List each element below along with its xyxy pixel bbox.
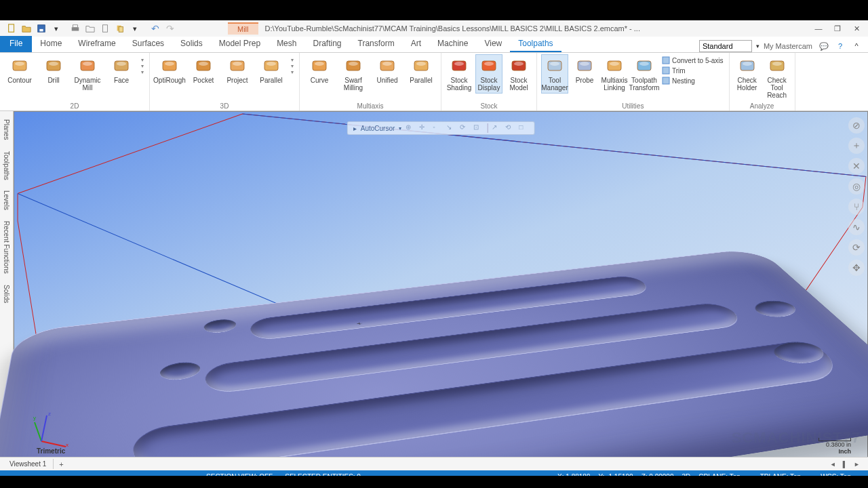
ribbon-probe-button[interactable]: Probe bbox=[571, 54, 598, 86]
open-icon[interactable] bbox=[20, 22, 33, 35]
save-icon[interactable] bbox=[35, 22, 47, 35]
tab-art[interactable]: Art bbox=[403, 36, 429, 52]
ribbon-toolpath-transform-button[interactable]: Toolpath Transform bbox=[631, 54, 658, 94]
ft-8[interactable]: ⟲ bbox=[505, 123, 515, 133]
ribbon-dynamic-mill-button[interactable]: Dynamic Mill bbox=[72, 54, 103, 94]
ribbon-check-tool-reach-button[interactable]: Check Tool Reach bbox=[764, 54, 791, 101]
tab-surfaces[interactable]: Surfaces bbox=[124, 36, 172, 52]
ribbon-group-3d: 3D bbox=[154, 102, 295, 110]
minimize-icon[interactable]: — bbox=[811, 22, 826, 35]
new-icon[interactable] bbox=[5, 22, 18, 35]
ribbon-nesting-button[interactable]: Nesting bbox=[660, 76, 725, 85]
viewsheet-1-tab[interactable]: Viewsheet 1 bbox=[3, 459, 54, 469]
orb-rot-icon[interactable]: ⟳ bbox=[848, 239, 865, 256]
redo-icon[interactable]: ↷ bbox=[164, 22, 176, 35]
ft-6[interactable]: ⊡ bbox=[473, 123, 483, 133]
side-tab-solids[interactable]: Solids bbox=[3, 281, 10, 307]
orb-curve-icon[interactable]: ∿ bbox=[848, 219, 865, 235]
multiaxis-linking-icon bbox=[605, 56, 624, 75]
svg-point-52 bbox=[772, 62, 782, 66]
mymastercam-link[interactable]: My Mastercam bbox=[764, 42, 812, 50]
ft-4[interactable]: ↘ bbox=[446, 123, 456, 133]
side-tab-recent-functions[interactable]: Recent Functions bbox=[3, 217, 10, 278]
tab-model-prep[interactable]: Model Prep bbox=[211, 36, 269, 52]
ribbon-stock-model-button[interactable]: Stock Model bbox=[505, 54, 532, 94]
ribbon-convert-to-5-axis-button[interactable]: Convert to 5-axis bbox=[660, 56, 725, 65]
ribbon-pocket-button[interactable]: Pocket bbox=[188, 54, 219, 86]
scroll-left-icon[interactable]: ◄ bbox=[827, 461, 839, 468]
axis-gizmo: x y z bbox=[33, 411, 71, 449]
print-icon[interactable] bbox=[69, 22, 81, 35]
ribbon-tool-manager-button[interactable]: Tool Manager bbox=[541, 54, 568, 94]
tab-machine[interactable]: Machine bbox=[429, 36, 476, 52]
orb-branch-icon[interactable]: ⑂ bbox=[848, 199, 865, 215]
ft-2[interactable]: ✛ bbox=[419, 123, 429, 133]
orb-hand-icon[interactable]: ✥ bbox=[848, 260, 865, 276]
undo-icon[interactable]: ↶ bbox=[149, 22, 161, 35]
context-tab-mill[interactable]: Mill bbox=[228, 22, 258, 35]
scroll-right-icon[interactable]: ► bbox=[851, 461, 863, 468]
svg-point-43 bbox=[610, 62, 619, 66]
svg-point-45 bbox=[639, 62, 649, 66]
side-tab-levels[interactable]: Levels bbox=[3, 186, 10, 214]
ft-7[interactable]: ↗ bbox=[492, 123, 501, 133]
dd-icon[interactable]: ▾ bbox=[50, 22, 62, 35]
pocket-icon bbox=[194, 56, 213, 75]
ribbon-check-holder-button[interactable]: Check Holder bbox=[734, 54, 761, 94]
svg-rect-3 bbox=[72, 27, 79, 30]
ribbon-contour-button[interactable]: Contour bbox=[4, 54, 35, 86]
tab-drafting[interactable]: Drafting bbox=[304, 36, 349, 52]
dd2-icon[interactable]: ▾ bbox=[129, 22, 141, 35]
doc-icon[interactable] bbox=[99, 22, 111, 35]
tab-wireframe[interactable]: Wireframe bbox=[70, 36, 123, 52]
orb-target-icon[interactable]: ◎ bbox=[848, 178, 865, 195]
ft-9[interactable]: □ bbox=[519, 123, 528, 133]
tab-mesh[interactable]: Mesh bbox=[269, 36, 304, 52]
copy-icon[interactable] bbox=[114, 22, 126, 35]
ribbon-drill-button[interactable]: Drill bbox=[38, 54, 69, 86]
tab-solids[interactable]: Solids bbox=[172, 36, 211, 52]
ft-5[interactable]: ⟳ bbox=[460, 123, 469, 133]
svg-point-35 bbox=[484, 62, 494, 66]
orb-add-icon[interactable]: ＋ bbox=[848, 138, 865, 154]
ribbon-swarf-milling-button[interactable]: Swarf Milling bbox=[338, 54, 369, 94]
ribbon-parallel-button[interactable]: Parallel bbox=[256, 54, 287, 86]
collapse-ribbon-icon[interactable]: ^ bbox=[850, 40, 863, 52]
ft-3[interactable]: ◦ bbox=[433, 123, 442, 133]
viewport[interactable]: ▸ AutoCursor ▾ ⊕ ✛ ◦ ↘ ⟳ ⊡ ↗ ⟲ □ ⊘ ＋ ✕ ◎ bbox=[14, 111, 868, 488]
tab-toolpaths[interactable]: Toolpaths bbox=[510, 36, 561, 52]
ribbon-optirough-button[interactable]: OptiRough bbox=[154, 54, 185, 86]
side-tab-planes[interactable]: Planes bbox=[3, 115, 10, 144]
ribbon-trim-button[interactable]: Trim bbox=[660, 66, 725, 75]
ribbon-stock-shading-button[interactable]: Stock Shading bbox=[446, 54, 473, 94]
orb-x-icon[interactable]: ✕ bbox=[848, 158, 865, 174]
autocursor-toolbar[interactable]: ▸ AutoCursor ▾ ⊕ ✛ ◦ ↘ ⟳ ⊡ ↗ ⟲ □ bbox=[347, 121, 535, 135]
autocursor-label: AutoCursor bbox=[361, 125, 395, 132]
ribbon-project-button[interactable]: Project bbox=[222, 54, 253, 86]
tab-view[interactable]: View bbox=[476, 36, 510, 52]
ribbon-multiaxis-linking-button[interactable]: Multiaxis Linking bbox=[601, 54, 628, 94]
ribbon-curve-button[interactable]: Curve bbox=[304, 54, 335, 86]
scroll-v-icon[interactable]: ▌ bbox=[840, 461, 850, 468]
ft-1[interactable]: ⊕ bbox=[406, 123, 415, 133]
open2-icon[interactable] bbox=[84, 22, 96, 35]
restore-icon[interactable]: ❐ bbox=[830, 22, 845, 35]
ribbon-parallel-button[interactable]: Parallel bbox=[406, 54, 437, 86]
orb-close-icon[interactable]: ⊘ bbox=[848, 117, 865, 134]
file-button[interactable]: File bbox=[0, 36, 32, 52]
project-icon bbox=[228, 56, 247, 75]
close-icon[interactable]: ✕ bbox=[849, 22, 864, 35]
tab-home[interactable]: Home bbox=[32, 36, 70, 52]
view-layout-dropdown[interactable] bbox=[699, 40, 752, 52]
add-viewsheet-button[interactable]: + bbox=[54, 459, 68, 470]
chat-icon[interactable]: 💬 bbox=[818, 40, 830, 52]
ribbon-face-button[interactable]: Face bbox=[106, 54, 137, 86]
ribbon-tabs: File HomeWireframeSurfacesSolidsModel Pr… bbox=[0, 37, 868, 53]
tab-transform[interactable]: Transform bbox=[350, 36, 403, 52]
side-tab-toolpaths[interactable]: Toolpaths bbox=[3, 147, 10, 184]
ribbon-3d-expand[interactable]: ▾▾▾ bbox=[290, 54, 295, 78]
help-icon[interactable]: ? bbox=[834, 40, 846, 52]
ribbon-2d-expand[interactable]: ▾▾▾ bbox=[140, 54, 145, 78]
ribbon-stock-display-button[interactable]: Stock Display bbox=[475, 54, 502, 94]
ribbon-unified-button[interactable]: Unified bbox=[372, 54, 403, 86]
